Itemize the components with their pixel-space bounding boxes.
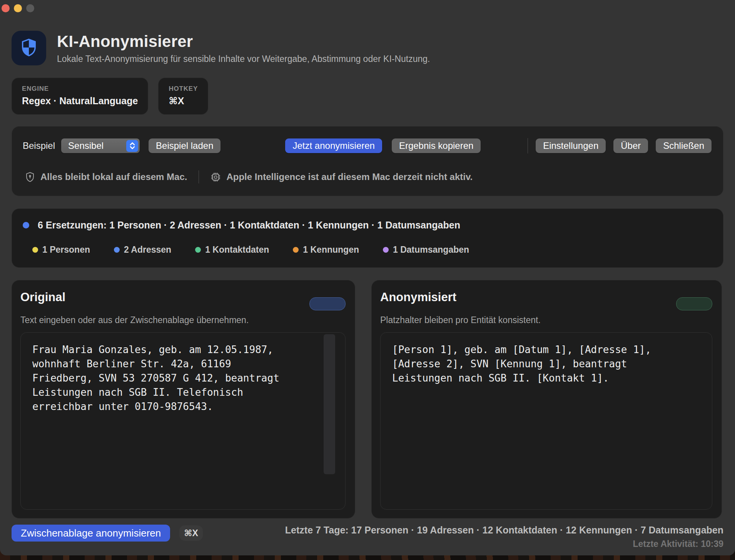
engine-chip: ENGINE Regex · NaturalLanguage xyxy=(12,78,148,115)
anonymize-now-button[interactable]: Jetzt anonymisieren xyxy=(285,138,382,153)
legend-label: 2 Adressen xyxy=(124,245,171,255)
ai-status-text: Apple Intelligence ist auf diesem Mac de… xyxy=(226,172,473,182)
original-panel: Original Text eingeben oder aus der Zwis… xyxy=(12,280,355,518)
legend-item-datumsangaben: 1 Datumsangaben xyxy=(383,245,469,255)
minimize-window-button[interactable] xyxy=(14,4,22,12)
datumsangaben-dot-icon xyxy=(383,247,389,253)
footer-hotkey-badge: ⌘X xyxy=(179,525,203,541)
hotkey-chip-label: HOTKEY xyxy=(169,85,198,93)
anonymized-panel: Anonymisiert Platzhalter bleiben pro Ent… xyxy=(371,280,722,518)
anonymized-text-output[interactable]: [Person 1], geb. am [Datum 1], [Adresse … xyxy=(380,332,712,510)
summary-headline: 6 Ersetzungen: 1 Personen · 2 Adressen ·… xyxy=(38,220,460,231)
window-controls xyxy=(2,4,34,12)
page-title: KI-Anonymisierer xyxy=(57,32,430,51)
legend-label: 1 Datumsangaben xyxy=(393,245,469,255)
settings-button[interactable]: Einstellungen xyxy=(536,138,606,153)
toolbar: Beispiel Sensibel Beispiel laden Jetzt a… xyxy=(23,138,712,153)
kontaktdaten-dot-icon xyxy=(195,247,201,253)
weekly-stats-text: Letzte 7 Tage: 17 Personen · 19 Adressen… xyxy=(285,525,723,536)
cpu-icon xyxy=(210,172,221,182)
engine-chip-label: ENGINE xyxy=(22,85,138,93)
about-button[interactable]: Über xyxy=(613,138,648,153)
shield-checker-icon xyxy=(19,37,39,59)
close-button[interactable]: Schließen xyxy=(656,138,712,153)
app-header: KI-Anonymisierer Lokale Text-Anonymisier… xyxy=(12,0,723,65)
footer: Zwischenablage anonymisieren ⌘X Letzte 7… xyxy=(12,525,723,549)
copy-result-button[interactable]: Ergebnis kopieren xyxy=(392,138,481,153)
kennungen-dot-icon xyxy=(293,247,299,253)
toolbar-card: Beispiel Sensibel Beispiel laden Jetzt a… xyxy=(12,126,723,196)
chevron-up-down-icon xyxy=(126,140,138,152)
adressen-dot-icon xyxy=(114,247,120,253)
app-icon xyxy=(12,31,46,65)
example-select-value: Sensibel xyxy=(68,140,104,151)
hotkey-chip: HOTKEY ⌘X xyxy=(158,78,208,115)
example-select[interactable]: Sensibel xyxy=(61,138,140,153)
legend-item-adressen: 2 Adressen xyxy=(114,245,171,255)
last-activity-text: Letzte Aktivität: 10:39 xyxy=(285,539,723,549)
original-scrollbar[interactable] xyxy=(324,334,335,474)
original-text-input[interactable]: Frau Maria Gonzales, geb. am 12.05.1987,… xyxy=(20,332,346,510)
original-status-badge xyxy=(309,297,346,310)
status-divider xyxy=(199,170,199,183)
anonymized-panel-subtitle: Platzhalter bleiben pro Entität konsiste… xyxy=(380,315,712,325)
app-window: KI-Anonymisierer Lokale Text-Anonymisier… xyxy=(0,0,735,555)
lock-shield-icon xyxy=(25,172,35,182)
anonymized-status-badge xyxy=(676,297,712,310)
engine-chip-value: Regex · NaturalLanguage xyxy=(22,95,138,107)
toolbar-divider xyxy=(528,138,528,153)
entity-legend: 1 Personen 2 Adressen 1 Kontaktdaten 1 K… xyxy=(23,245,712,255)
legend-item-personen: 1 Personen xyxy=(32,245,90,255)
legend-item-kontaktdaten: 1 Kontaktdaten xyxy=(195,245,269,255)
info-chips: ENGINE Regex · NaturalLanguage HOTKEY ⌘X xyxy=(12,78,723,115)
original-panel-subtitle: Text eingeben oder aus der Zwischenablag… xyxy=(20,315,346,325)
page-subtitle: Lokale Text-Anonymisierung für sensible … xyxy=(57,54,430,64)
zoom-window-button[interactable] xyxy=(26,4,34,12)
personen-dot-icon xyxy=(32,247,38,253)
legend-label: 1 Personen xyxy=(42,245,90,255)
status-row: Alles bleibt lokal auf diesem Mac. xyxy=(23,170,712,183)
anonymized-panel-title: Anonymisiert xyxy=(380,290,456,304)
original-panel-title: Original xyxy=(20,290,65,304)
local-status-text: Alles bleibt lokal auf diesem Mac. xyxy=(40,172,187,182)
original-text: Frau Maria Gonzales, geb. am 12.05.1987,… xyxy=(32,343,291,414)
hotkey-chip-value: ⌘X xyxy=(169,95,198,107)
legend-item-kennungen: 1 Kennungen xyxy=(293,245,359,255)
close-window-button[interactable] xyxy=(2,4,10,12)
summary-dot-icon xyxy=(23,222,29,228)
anonymized-text: [Person 1], geb. am [Datum 1], [Adresse … xyxy=(392,343,651,385)
example-label: Beispiel xyxy=(23,140,55,151)
load-example-button[interactable]: Beispiel laden xyxy=(149,138,220,153)
summary-card: 6 Ersetzungen: 1 Personen · 2 Adressen ·… xyxy=(12,208,723,268)
legend-label: 1 Kennungen xyxy=(303,245,359,255)
anonymize-clipboard-button[interactable]: Zwischenablage anonymisieren xyxy=(12,525,170,542)
legend-label: 1 Kontaktdaten xyxy=(205,245,269,255)
